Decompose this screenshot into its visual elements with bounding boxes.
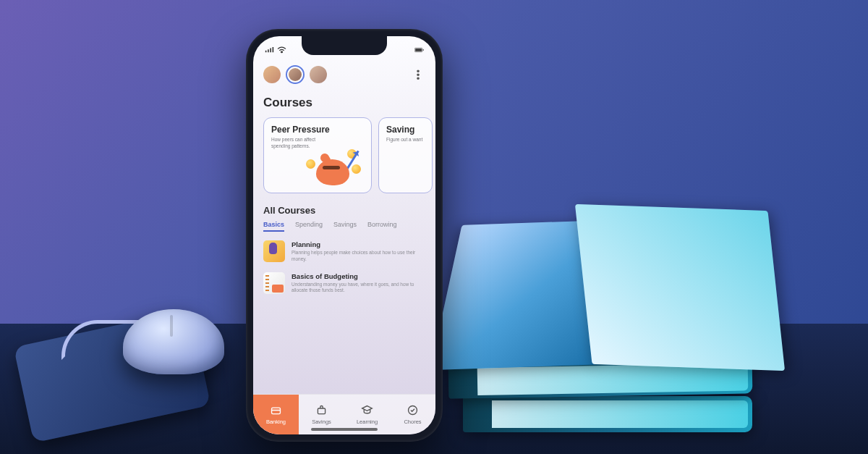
book-closed-1 (463, 396, 752, 432)
banking-icon (270, 404, 282, 416)
phone-screen: ••• Courses Peer Pressure How peers can … (253, 36, 435, 434)
nav-label: Learning (357, 419, 378, 425)
course-item-budgeting[interactable]: Basics of Budgeting Understanding money … (263, 272, 425, 295)
home-indicator[interactable] (311, 428, 378, 431)
book-stack (434, 179, 781, 432)
savings-icon (315, 404, 328, 416)
nav-label: Chores (404, 419, 421, 425)
phone-notch (302, 36, 387, 55)
book-open (427, 179, 788, 367)
wifi-icon (277, 46, 286, 54)
tab-borrowing[interactable]: Borrowing (367, 221, 397, 232)
course-title: Planning (292, 240, 425, 248)
svg-rect-3 (272, 408, 281, 414)
chores-icon (407, 404, 419, 416)
budgeting-icon (263, 272, 285, 294)
nav-banking[interactable]: Banking (253, 395, 299, 434)
course-desc: Understanding money you have, where it g… (292, 282, 425, 295)
nav-chores[interactable]: Chores (390, 395, 435, 434)
featured-card-title: Saving (386, 125, 425, 135)
all-courses-heading: All Courses (263, 205, 425, 216)
svg-rect-2 (423, 49, 424, 51)
featured-card-peer-pressure[interactable]: Peer Pressure How peers can affect spend… (263, 117, 372, 193)
planning-icon (263, 240, 285, 262)
avatar-1[interactable] (263, 66, 281, 83)
course-desc: Planning helps people make choices about… (292, 250, 425, 263)
avatar-3[interactable] (310, 66, 327, 83)
tab-spending[interactable]: Spending (295, 221, 323, 232)
courses-heading: Courses (263, 96, 425, 110)
featured-card-title: Peer Pressure (271, 125, 364, 135)
featured-courses-row[interactable]: Peer Pressure How peers can affect spend… (263, 117, 425, 193)
learning-icon (361, 404, 373, 416)
featured-card-saving[interactable]: Saving Figure out a want (378, 117, 433, 193)
phone-frame: ••• Courses Peer Pressure How peers can … (246, 29, 443, 442)
nav-label: Savings (312, 419, 331, 425)
computer-mouse (123, 309, 224, 374)
signal-icon (265, 46, 274, 54)
piggy-bank-icon (306, 148, 361, 188)
svg-rect-4 (318, 408, 325, 414)
svg-rect-1 (415, 49, 422, 51)
more-menu-icon[interactable]: ••• (411, 70, 425, 80)
course-category-tabs: Basics Spending Savings Borrowing (263, 221, 425, 232)
tab-savings[interactable]: Savings (333, 221, 357, 232)
nav-label: Banking (266, 419, 286, 425)
battery-icon (414, 46, 424, 54)
main-content: Courses Peer Pressure How peers can affe… (253, 88, 435, 394)
featured-card-desc: Figure out a want (386, 137, 425, 143)
course-title: Basics of Budgeting (292, 272, 425, 280)
course-item-planning[interactable]: Planning Planning helps people make choi… (263, 240, 425, 263)
tab-basics[interactable]: Basics (263, 221, 284, 232)
avatar-2-selected[interactable] (286, 65, 305, 84)
avatar-row: ••• (253, 61, 435, 88)
